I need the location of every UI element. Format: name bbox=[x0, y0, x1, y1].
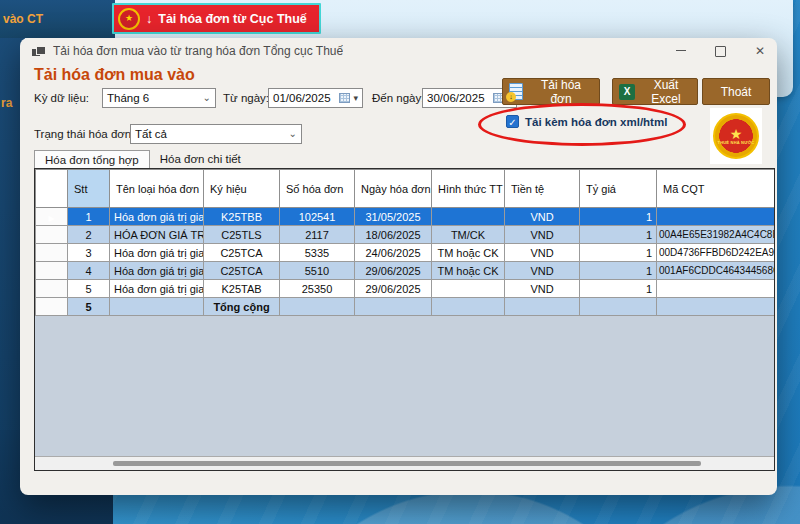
table-row[interactable]: ▶ 1 Hóa đơn giá trị gia t... K25TBB 1025… bbox=[36, 208, 775, 226]
table-row[interactable]: 2 HÓA ĐƠN GIÁ TRỊ GI... C25TLS 2117 18/0… bbox=[36, 226, 775, 244]
cell-payment[interactable] bbox=[432, 208, 505, 226]
cell-code[interactable] bbox=[657, 208, 775, 226]
cell-currency[interactable]: VND bbox=[505, 280, 580, 298]
header-number[interactable]: Số hóa đơn bbox=[280, 170, 355, 208]
cell-payment[interactable]: TM hoặc CK bbox=[432, 262, 505, 280]
cell-symbol[interactable]: K25TBB bbox=[204, 208, 280, 226]
cell-date[interactable]: 29/06/2025 bbox=[355, 280, 432, 298]
maximize-button[interactable] bbox=[715, 46, 726, 57]
header-date[interactable]: Ngày hóa đơn bbox=[355, 170, 432, 208]
cell-currency[interactable]: VND bbox=[505, 244, 580, 262]
cell-name[interactable]: Hóa đơn giá trị gia t... bbox=[110, 280, 204, 298]
cell-stt[interactable]: 2 bbox=[68, 226, 110, 244]
horizontal-scrollbar[interactable] bbox=[35, 456, 774, 470]
cell-code[interactable] bbox=[657, 280, 775, 298]
download-from-tax-dept-button[interactable]: ★ ↓ Tải hóa đơn từ Cục Thuế bbox=[112, 3, 321, 34]
from-date-input[interactable]: 01/06/2025 ▾ bbox=[268, 88, 363, 108]
cell-code[interactable]: 00A4E65E31982A4C4C8B39A2 bbox=[657, 226, 775, 244]
header-symbol[interactable]: Ký hiệu bbox=[204, 170, 280, 208]
cell-rate[interactable]: 1 bbox=[580, 262, 657, 280]
cell-stt[interactable]: 1 bbox=[68, 208, 110, 226]
tax-logo: ★ THUẾ NHÀ NƯỚC bbox=[710, 108, 762, 164]
header-currency[interactable]: Tiền tệ bbox=[505, 170, 580, 208]
header-rate[interactable]: Tỷ giá bbox=[580, 170, 657, 208]
cell-currency[interactable]: VND bbox=[505, 262, 580, 280]
minimize-button[interactable] bbox=[676, 50, 686, 52]
tab-bar: Hóa đơn tổng hợp Hóa đơn chi tiết bbox=[34, 148, 251, 168]
cell-number[interactable]: 2117 bbox=[280, 226, 355, 244]
total-label: Tổng cộng bbox=[204, 298, 280, 316]
export-excel-button[interactable]: X Xuất Excel bbox=[612, 78, 698, 105]
cell-number[interactable]: 5335 bbox=[280, 244, 355, 262]
cell-name[interactable]: Hóa đơn giá trị gia t... bbox=[110, 244, 204, 262]
row-selector-cell[interactable] bbox=[36, 262, 68, 280]
cell-name[interactable]: Hóa đơn giá trị gia t... bbox=[110, 208, 204, 226]
cell-rate[interactable]: 1 bbox=[580, 280, 657, 298]
cell-stt[interactable]: 3 bbox=[68, 244, 110, 262]
header-payment[interactable]: Hình thức TT bbox=[432, 170, 505, 208]
cell-symbol[interactable]: C25TLS bbox=[204, 226, 280, 244]
cell-code[interactable]: 00D4736FFBD6D242EA9C913 bbox=[657, 244, 775, 262]
cell-symbol[interactable]: C25TCA bbox=[204, 244, 280, 262]
chevron-down-icon: ⌄ bbox=[289, 129, 297, 139]
cell-stt[interactable]: 5 bbox=[68, 280, 110, 298]
scrollbar-thumb[interactable] bbox=[113, 461, 701, 466]
cell-payment[interactable]: TM/CK bbox=[432, 226, 505, 244]
tax-emblem-icon: ★ bbox=[118, 8, 140, 30]
tax-emblem-icon: ★ THUẾ NHÀ NƯỚC bbox=[713, 113, 759, 159]
cell-name[interactable]: HÓA ĐƠN GIÁ TRỊ GI... bbox=[110, 226, 204, 244]
row-selector-cell[interactable] bbox=[36, 298, 68, 316]
header-stt[interactable]: Stt bbox=[68, 170, 110, 208]
cell-payment[interactable] bbox=[432, 280, 505, 298]
date-dropdown-icon: ▾ bbox=[353, 94, 358, 103]
cell-payment[interactable]: TM hoặc CK bbox=[432, 244, 505, 262]
header-name[interactable]: Tên loại hóa đơn bbox=[110, 170, 204, 208]
cell-date[interactable]: 29/06/2025 bbox=[355, 262, 432, 280]
cell-date[interactable]: 18/06/2025 bbox=[355, 226, 432, 244]
screen: vào CT ra ★ ↓ Tải hóa đơn từ Cục Thuế Tả… bbox=[0, 0, 800, 524]
period-value: Tháng 6 bbox=[107, 92, 149, 104]
cell-stt[interactable]: 4 bbox=[68, 262, 110, 280]
row-selector-cell[interactable] bbox=[36, 226, 68, 244]
minimize-icon bbox=[676, 50, 686, 52]
exit-button[interactable]: Thoát bbox=[702, 78, 770, 105]
table-row[interactable]: 4 Hóa đơn giá trị gia t... C25TCA 5510 2… bbox=[36, 262, 775, 280]
table-row[interactable]: 5 Hóa đơn giá trị gia t... K25TAB 25350 … bbox=[36, 280, 775, 298]
download-invoices-button[interactable]: ↓ Tải hóa đơn bbox=[502, 78, 600, 105]
down-arrow-icon: ↓ bbox=[146, 12, 152, 26]
cell-number[interactable]: 102541 bbox=[280, 208, 355, 226]
cell-currency[interactable]: VND bbox=[505, 208, 580, 226]
table-total-row[interactable]: 5 Tổng cộng bbox=[36, 298, 775, 316]
cell-currency[interactable]: VND bbox=[505, 226, 580, 244]
background-menu-label[interactable]: vào CT bbox=[0, 12, 43, 26]
cell-name[interactable]: Hóa đơn giá trị gia t... bbox=[110, 262, 204, 280]
from-date-value: 01/06/2025 bbox=[273, 92, 331, 104]
table-row[interactable]: 3 Hóa đơn giá trị gia t... C25TCA 5335 2… bbox=[36, 244, 775, 262]
cell-code[interactable]: 001AF6CDDC464344568C8A6 bbox=[657, 262, 775, 280]
header-selector[interactable] bbox=[36, 170, 68, 208]
row-selector-cell[interactable]: ▶ bbox=[36, 208, 68, 226]
cell-number[interactable]: 5510 bbox=[280, 262, 355, 280]
xml-html-checkbox[interactable]: ✓ Tải kèm hóa đơn xml/html bbox=[506, 115, 667, 128]
cell-rate[interactable]: 1 bbox=[580, 208, 657, 226]
checkbox-checked-icon[interactable]: ✓ bbox=[506, 115, 519, 128]
cell-symbol[interactable]: C25TCA bbox=[204, 262, 280, 280]
to-date-label: Đến ngày: bbox=[372, 92, 424, 104]
cell-date[interactable]: 24/06/2025 bbox=[355, 244, 432, 262]
row-selector-cell[interactable] bbox=[36, 280, 68, 298]
row-selector-cell[interactable] bbox=[36, 244, 68, 262]
window-titlebar[interactable]: Tải hóa đơn mua vào từ trang hóa đơn Tổn… bbox=[20, 38, 777, 64]
empty-cell bbox=[580, 298, 657, 316]
cell-date[interactable]: 31/05/2025 bbox=[355, 208, 432, 226]
current-row-arrow-icon: ▶ bbox=[48, 214, 54, 223]
header-code[interactable]: Mã CQT bbox=[657, 170, 775, 208]
tab-invoice-detail[interactable]: Hóa đơn chi tiết bbox=[150, 150, 251, 168]
period-select[interactable]: Tháng 6 ⌄ bbox=[102, 88, 216, 108]
cell-rate[interactable]: 1 bbox=[580, 226, 657, 244]
cell-rate[interactable]: 1 bbox=[580, 244, 657, 262]
close-button[interactable]: ✕ bbox=[755, 45, 765, 57]
tab-invoice-summary[interactable]: Hóa đơn tổng hợp bbox=[34, 150, 150, 168]
status-select[interactable]: Tất cả ⌄ bbox=[130, 124, 302, 144]
cell-number[interactable]: 25350 bbox=[280, 280, 355, 298]
cell-symbol[interactable]: K25TAB bbox=[204, 280, 280, 298]
